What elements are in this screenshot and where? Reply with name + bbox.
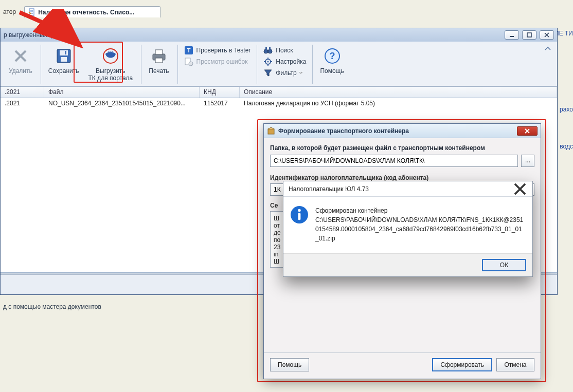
delete-label: Удалить	[9, 67, 32, 74]
export-tk-button[interactable]: гос Выгрузить ТК для портала	[84, 45, 137, 84]
grid-header: .2021 Файл КНД Описание	[1, 87, 557, 98]
svg-rect-2	[527, 33, 531, 37]
svg-rect-6	[65, 51, 66, 54]
delete-icon	[11, 47, 30, 65]
col-knd[interactable]: КНД	[200, 87, 240, 98]
svg-text:гос: гос	[108, 50, 113, 53]
dialog1-submit-button[interactable]: Сформировать	[432, 358, 492, 371]
package-icon	[267, 127, 275, 135]
dialog1-close-button[interactable]	[517, 126, 538, 136]
tabstrip: атор Налоговая отчетность. Списо...	[0, 5, 160, 18]
table-row[interactable]: .2021 NO_USN_2364_2364_235101545815_2021…	[1, 98, 557, 109]
window-minimize-button[interactable]	[505, 30, 519, 40]
svg-rect-18	[265, 47, 267, 50]
document-icon	[28, 8, 36, 16]
tab-active-label: Налоговая отчетность. Списо...	[38, 9, 134, 16]
chevron-down-icon	[299, 71, 303, 75]
svg-point-16	[264, 49, 268, 53]
settings-label: Настройка	[276, 58, 306, 65]
messagebox-titlebar: Налогоплательщик ЮЛ 4.73	[283, 181, 532, 197]
tester-icon: T	[184, 46, 193, 55]
messagebox-title: Налогоплательщик ЮЛ 4.73	[289, 185, 513, 193]
dialog1-title: Формирование транспортного контейнера	[278, 127, 517, 135]
svg-text:?: ?	[329, 51, 335, 61]
export-window-title: р выгруженных файлов	[4, 31, 71, 39]
filter-label: Фильтр	[276, 69, 296, 77]
view-errors-label: Просмотр ошибок	[196, 58, 248, 65]
col-desc[interactable]: Описание	[240, 87, 557, 98]
messagebox-footer: ОК	[283, 253, 532, 276]
messagebox-ok-button[interactable]: ОК	[482, 259, 526, 271]
messagebox-close-button[interactable]	[513, 182, 527, 196]
dialog1-actions: Помощь Сформировать Отмена	[264, 352, 541, 379]
settings-button[interactable]: Настройка	[260, 56, 309, 67]
svg-rect-5	[61, 57, 67, 62]
browse-button[interactable]: ...	[521, 155, 534, 167]
messagebox-line2: C:\USERS\РАБОЧИЙ\DOWNLOADS\ХЛАМ КОЛЯ\ТК\…	[315, 216, 523, 242]
cell-desc: Налоговая декларация по УСН (формат 5.05…	[240, 98, 557, 109]
ribbon-toolbar: Удалить Сохранить гос Выгрузить ТК для п…	[1, 42, 557, 86]
filter-button[interactable]: Фильтр	[260, 67, 309, 79]
cell-file: NO_USN_2364_2364_235101545815_2021090...	[44, 98, 200, 109]
save-icon	[55, 47, 73, 65]
window-maximize-button[interactable]	[522, 30, 536, 40]
svg-rect-4	[60, 50, 68, 55]
printer-icon	[150, 47, 168, 65]
save-button[interactable]: Сохранить	[44, 45, 83, 84]
id-label: Идентификатор налогоплательщика (код або…	[270, 174, 534, 181]
dialog1-cancel-button[interactable]: Отмена	[496, 358, 534, 371]
svg-rect-28	[268, 129, 274, 134]
search-group: Поиск Настройка Фильтр	[260, 45, 309, 84]
svg-point-15	[189, 62, 193, 66]
help-label: Помощь	[320, 67, 344, 74]
check-tester-label: Проверить в Tester	[196, 47, 251, 54]
gear-icon	[263, 57, 273, 66]
help-button[interactable]: ? Помощь	[316, 45, 348, 84]
svg-point-21	[267, 61, 269, 63]
svg-point-29	[298, 209, 300, 212]
check-tester-button[interactable]: T Проверить в Tester	[181, 45, 254, 56]
folder-input[interactable]	[270, 155, 518, 167]
svg-rect-19	[269, 47, 271, 50]
tab-lead-fragment: атор	[0, 8, 19, 15]
messagebox-line1: Сформирован контейнер	[315, 207, 387, 214]
messagebox: Налогоплательщик ЮЛ 4.73 Сформирован кон…	[283, 181, 533, 277]
export-window-titlebar: р выгруженных файлов	[1, 28, 557, 42]
folder-label: Папка, в которой будет размещен файл с т…	[270, 144, 534, 152]
gosuslugi-icon: гос	[101, 47, 120, 65]
svg-point-17	[268, 49, 272, 53]
binoculars-icon	[263, 46, 273, 55]
svg-rect-30	[298, 213, 301, 220]
collapse-ribbon-icon[interactable]	[544, 45, 552, 53]
save-label: Сохранить	[48, 67, 79, 74]
help-icon: ?	[323, 47, 342, 65]
messagebox-body: Сформирован контейнер C:\USERS\РАБОЧИЙ\D…	[283, 197, 532, 253]
delete-button[interactable]: Удалить	[5, 45, 37, 84]
svg-rect-10	[155, 50, 163, 54]
messagebox-text: Сформирован контейнер C:\USERS\РАБОЧИЙ\D…	[315, 206, 525, 243]
bg-text-fragment: водс	[560, 142, 573, 151]
hint-text: д с помощью мастера документов	[0, 298, 104, 315]
svg-text:T: T	[187, 47, 190, 53]
search-button[interactable]: Поиск	[260, 45, 309, 56]
window-close-button[interactable]	[540, 30, 554, 40]
cell-date: .2021	[1, 98, 44, 109]
dialog1-titlebar: Формирование транспортного контейнера	[264, 124, 541, 138]
print-button[interactable]: Печать	[145, 45, 173, 84]
search-label: Поиск	[276, 47, 293, 54]
tester-group: T Проверить в Tester Просмотр ошибок	[181, 45, 254, 84]
cell-knd: 1152017	[200, 98, 240, 109]
view-errors-button[interactable]: Просмотр ошибок	[181, 56, 254, 67]
bg-text-fragment: рахо	[560, 105, 573, 114]
dialog1-help-button[interactable]: Помощь	[270, 358, 309, 371]
errors-icon	[184, 57, 193, 66]
tab-active[interactable]: Налоговая отчетность. Списо...	[24, 6, 160, 17]
print-label: Печать	[149, 67, 169, 74]
col-file[interactable]: Файл	[44, 87, 200, 98]
info-icon	[291, 206, 308, 223]
col-date[interactable]: .2021	[1, 87, 44, 98]
export-tk-label: Выгрузить ТК для портала	[88, 67, 133, 82]
funnel-icon	[263, 68, 273, 78]
svg-rect-11	[155, 58, 163, 63]
